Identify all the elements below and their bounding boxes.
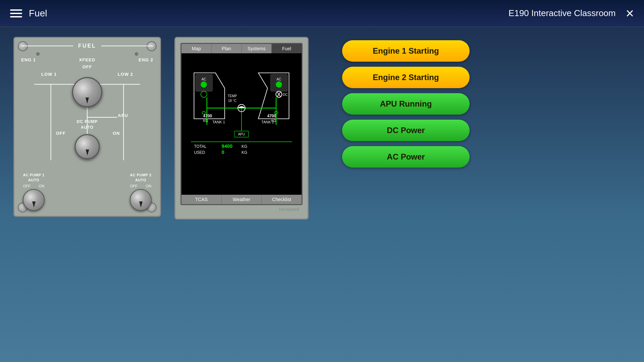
- tab-plan[interactable]: Plan: [212, 44, 242, 53]
- svg-text:APU: APU: [238, 132, 245, 136]
- svg-text:DC: DC: [283, 93, 288, 97]
- svg-text:0: 0: [222, 149, 224, 155]
- ac-pump1-group: AC PUMP 1 AUTO OFF ON: [23, 173, 45, 211]
- header: Fuel E190 Interactive Classroom ×: [0, 0, 644, 27]
- dc-pump-knob[interactable]: [75, 134, 100, 159]
- svg-text:KG: KG: [241, 150, 247, 155]
- mfd-screen: Map Plan Systems Fuel AC: [180, 43, 303, 205]
- mfd-tabs-top: Map Plan Systems Fuel: [181, 44, 302, 53]
- apu-running-button[interactable]: APU Running: [342, 93, 470, 115]
- svg-text:9400: 9400: [222, 143, 233, 149]
- mfd-container: Map Plan Systems Fuel AC: [174, 37, 309, 220]
- app-subtitle: E190 Interactive Classroom: [508, 8, 615, 18]
- tab-systems[interactable]: Systems: [242, 44, 272, 53]
- mfd-tabs-bottom: TCAS Weather Checklist: [181, 195, 302, 204]
- xfeed-knob-indicator: [86, 98, 89, 104]
- ac-pump1-off-on: OFF ON: [23, 184, 45, 188]
- indicator-dot-right: [135, 52, 138, 56]
- panel-title: FUEL: [73, 43, 101, 49]
- svg-text:AC: AC: [276, 77, 281, 81]
- dc-pump-knob-indicator: [86, 149, 89, 156]
- svg-text:KG: KG: [203, 119, 208, 123]
- fuel-schematic-svg: AC AC TEMP 18 °C: [185, 57, 298, 184]
- ac-pump2-off-on: OFF ON: [130, 184, 152, 188]
- top-labels-row: ENG 1 XFEED ENG 2: [21, 57, 153, 62]
- title-line-left: [21, 46, 73, 46]
- dc-off-label: OFF: [56, 131, 66, 136]
- fuel-panel: FUEL ENG 1 XFEED ENG 2 OFF LOW 1 LOW 2: [13, 37, 161, 217]
- eng1-label: ENG 1: [21, 57, 36, 62]
- engine2-starting-button[interactable]: Engine 2 Starting: [342, 67, 470, 88]
- svg-point-12: [201, 91, 207, 97]
- svg-point-11: [276, 81, 282, 87]
- svg-text:18 °C: 18 °C: [228, 99, 236, 103]
- main-content: FUEL ENG 1 XFEED ENG 2 OFF LOW 1 LOW 2: [0, 27, 644, 362]
- ac-pump1-off: OFF: [23, 184, 31, 188]
- svg-text:KG: KG: [271, 119, 276, 123]
- mfd-display-area: AC AC TEMP 18 °C: [181, 53, 302, 194]
- eng2-label: ENG 2: [139, 57, 153, 62]
- tab-weather[interactable]: Weather: [222, 195, 262, 204]
- menu-button[interactable]: [10, 9, 22, 17]
- svg-text:4700: 4700: [267, 114, 276, 118]
- svg-text:TANK 1: TANK 1: [212, 120, 225, 124]
- tab-fuel[interactable]: Fuel: [272, 44, 302, 53]
- low2-label: LOW 2: [118, 72, 133, 77]
- close-button[interactable]: ×: [626, 6, 634, 20]
- dc-pump-label: DC PUMP AUTO: [77, 119, 98, 130]
- ac-power-button[interactable]: AC Power: [342, 146, 470, 168]
- ac-pump1-knob-indicator: [32, 201, 36, 207]
- ac-pump1-on: ON: [39, 184, 45, 188]
- svg-text:AC: AC: [202, 77, 206, 81]
- panel-title-bar: FUEL: [21, 43, 153, 49]
- ac-pump2-on: ON: [146, 184, 152, 188]
- apu-label: APU: [118, 113, 128, 118]
- xfeed-label: XFEED: [79, 57, 95, 62]
- title-line-right: [101, 46, 153, 46]
- ac-pump2-group: AC PUMP 2 AUTO OFF ON: [130, 173, 152, 211]
- ac-pumps-row: AC PUMP 1 AUTO OFF ON AC PUMP 2 AUTO: [21, 173, 153, 211]
- svg-text:USED: USED: [194, 150, 205, 155]
- ac-pump2-label: AC PUMP 2 AUTO: [130, 173, 151, 183]
- ac-pump2-off: OFF: [130, 184, 138, 188]
- indicator-dot-left: [36, 52, 40, 56]
- tab-map[interactable]: Map: [181, 44, 212, 53]
- dc-on-label: ON: [113, 131, 120, 136]
- low1-label: LOW 1: [41, 72, 57, 77]
- tab-checklist[interactable]: Checklist: [262, 195, 302, 204]
- indicator-dots-row: [21, 52, 153, 56]
- svg-point-9: [201, 81, 207, 87]
- page-title: Fuel: [29, 8, 508, 19]
- status-buttons-panel: Engine 1 Starting Engine 2 Starting APU …: [342, 40, 470, 168]
- xfeed-knob[interactable]: [72, 77, 102, 107]
- svg-text:KG: KG: [241, 144, 247, 149]
- ac-pump1-knob[interactable]: [23, 189, 45, 211]
- engine1-starting-button[interactable]: Engine 1 Starting: [342, 40, 470, 62]
- svg-text:TEMP: TEMP: [228, 94, 237, 98]
- ac-pump2-knob[interactable]: [130, 189, 152, 211]
- tab-tcas[interactable]: TCAS: [181, 195, 222, 204]
- dc-power-button[interactable]: DC Power: [342, 120, 470, 141]
- panel-wiring-area: OFF LOW 1 LOW 2 APU DC PUMP: [21, 64, 153, 171]
- ac-pump1-label: AC PUMP 1 AUTO: [23, 173, 44, 183]
- svg-text:TOTAL: TOTAL: [194, 144, 207, 149]
- xfeed-off-label: OFF: [83, 64, 92, 69]
- mfd-brand: Honeywell: [180, 205, 303, 214]
- ac-pump2-knob-indicator: [139, 201, 143, 207]
